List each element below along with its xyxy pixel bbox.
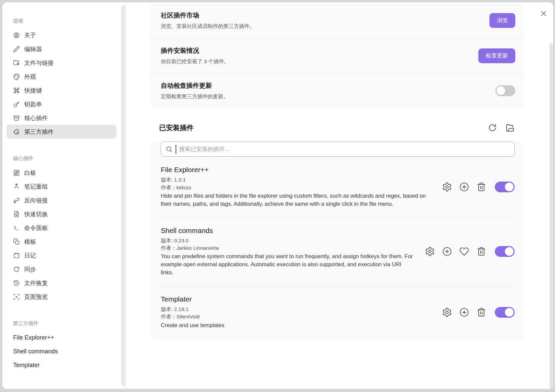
sidebar-item-third-party-plugins[interactable]: 第三方插件 — [6, 125, 116, 139]
check-updates-button[interactable]: 检查更新 — [478, 48, 515, 63]
palette-icon — [13, 73, 20, 80]
history-icon — [13, 280, 20, 286]
plugin-uninstall-button[interactable] — [476, 246, 486, 257]
key-icon — [13, 101, 20, 108]
trash-icon — [476, 246, 486, 257]
close-button[interactable] — [537, 7, 550, 20]
plugin-description: You can predefine system commands that y… — [161, 252, 413, 276]
toggle-knob — [496, 86, 505, 95]
refresh-icon — [488, 123, 497, 132]
scan-eye-icon — [13, 293, 20, 300]
plugin-row-file-explorer-plus: File Explorer++ 版本: 1.3.1 作者：kelszo Hide… — [161, 157, 515, 217]
plugin-enable-toggle[interactable] — [495, 307, 515, 318]
search-icon — [165, 146, 173, 153]
close-icon — [540, 10, 547, 17]
plugin-version: 版本: 1.3.1 — [161, 176, 431, 184]
auto-check-row: 自动检查插件更新 定期检查第三方插件的更新。 — [150, 73, 523, 108]
auto-check-toggle[interactable] — [495, 85, 515, 96]
plugin-row-shell-commands: Shell commands 版本: 0.23.0 作者：Jarkko Linn… — [161, 217, 515, 286]
sidebar-item-templater[interactable]: Templater — [6, 358, 116, 372]
install-status-title: 插件安装情况 — [161, 46, 229, 55]
plugin-enable-toggle[interactable] — [495, 246, 515, 257]
sidebar-item-sync[interactable]: 同步 — [6, 262, 116, 276]
sidebar-item-command-palette[interactable]: 命令面板 — [6, 221, 116, 235]
sidebar-item-note-composer[interactable]: 笔记重组 — [6, 180, 116, 193]
plugin-author: 作者：SilentVoid — [161, 313, 431, 320]
browse-button[interactable]: 浏览 — [489, 13, 515, 28]
sidebar-item-about[interactable]: 关于 — [6, 28, 116, 42]
plugin-settings-card: 社区插件市场 浏览、安装社区成员制作的第三方插件。 浏览 插件安装情况 你目前已… — [150, 3, 523, 108]
installed-plugins-card: 搜索已安装的插件... File Explorer++ 版本: 1.3.1 作者… — [150, 142, 523, 340]
toggle-knob — [505, 183, 514, 191]
plugin-hotkey-button[interactable] — [442, 246, 452, 257]
sidebar-item-shell-commands[interactable]: Shell commands — [6, 345, 116, 358]
file-search-icon — [13, 211, 20, 218]
sidebar-item-files-links[interactable]: 文件与链接 — [6, 56, 116, 70]
settings-sidebar: 选项 关于 编辑器 文件与链接 外观 快捷键 — [2, 2, 126, 389]
search-input[interactable]: 搜索已安装的插件... — [161, 142, 515, 157]
folder-cog-icon — [13, 60, 20, 66]
gear-icon — [425, 246, 435, 257]
community-marketplace-desc: 浏览、安装社区成员制作的第三方插件。 — [161, 23, 255, 30]
plugin-enable-toggle[interactable] — [495, 182, 515, 192]
plugin-settings-button[interactable] — [442, 307, 452, 317]
settings-modal: 选项 关于 编辑器 文件与链接 外观 快捷键 — [2, 2, 553, 389]
installed-plugins-header-row: 已安装插件 — [150, 123, 523, 132]
merge-arrow-icon — [13, 183, 20, 190]
auto-check-desc: 定期检查第三方插件的更新。 — [161, 93, 229, 100]
link-icon — [13, 197, 20, 204]
toggle-knob — [505, 308, 514, 317]
settings-content: 社区插件市场 浏览、安装社区成员制作的第三方插件。 浏览 插件安装情况 你目前已… — [126, 2, 553, 389]
plugin-author: 作者：kelszo — [161, 184, 431, 191]
sidebar-item-templates[interactable]: 模板 — [6, 235, 116, 248]
sidebar-item-quick-switcher[interactable]: 快速切换 — [6, 207, 116, 221]
command-icon — [13, 87, 20, 94]
folder-open-icon — [506, 123, 515, 132]
plugin-uninstall-button[interactable] — [476, 182, 486, 192]
user-circle-icon — [13, 32, 20, 39]
installed-plugins-title: 已安装插件 — [159, 123, 194, 132]
text-caret — [176, 145, 176, 154]
sidebar-item-appearance[interactable]: 外观 — [6, 70, 116, 83]
heart-icon — [459, 246, 469, 257]
gear-icon — [442, 307, 452, 317]
plugin-uninstall-button[interactable] — [476, 307, 486, 317]
toggle-knob — [505, 247, 514, 256]
sidebar-section-third-party: 第三方插件 — [13, 320, 125, 327]
sidebar-item-page-preview[interactable]: 页面预览 — [6, 290, 116, 304]
sidebar-item-editor[interactable]: 编辑器 — [6, 42, 116, 56]
plugin-donate-button[interactable] — [459, 246, 469, 257]
sidebar-item-daily-notes[interactable]: 日记 — [6, 248, 116, 262]
sidebar-scrollbar[interactable] — [121, 5, 125, 386]
plugin-hotkey-button[interactable] — [459, 307, 469, 317]
plugin-name: File Explorer++ — [161, 166, 431, 174]
plugin-settings-button[interactable] — [442, 182, 452, 192]
sidebar-item-file-recovery[interactable]: 文件恢复 — [6, 276, 116, 290]
sidebar-item-hotkeys[interactable]: 快捷键 — [6, 83, 116, 97]
plugin-version: 版本: 2.18.1 — [161, 306, 431, 313]
sidebar-item-backlinks[interactable]: 反向链接 — [6, 193, 116, 207]
plus-circle-icon — [442, 246, 452, 257]
calendar-icon — [13, 252, 20, 259]
plugin-settings-button[interactable] — [425, 246, 435, 257]
layout-grid-icon — [13, 169, 20, 176]
sidebar-item-keychain[interactable]: 钥匙串 — [6, 97, 116, 111]
trash-icon — [476, 307, 486, 317]
terminal-icon — [13, 225, 20, 231]
reload-plugins-button[interactable] — [488, 123, 497, 132]
auto-check-title: 自动检查插件更新 — [161, 81, 229, 90]
sidebar-item-file-explorer-plus[interactable]: File Explorer++ — [6, 331, 116, 345]
sidebar-section-options: 选项 — [13, 18, 125, 24]
sidebar-item-canvas[interactable]: 白板 — [6, 166, 116, 180]
search-placeholder: 搜索已安装的插件... — [179, 145, 230, 153]
puzzle-icon — [13, 128, 20, 135]
content-scrollbar[interactable] — [550, 43, 553, 389]
plugin-name: Shell commands — [161, 227, 413, 235]
sidebar-item-core-plugins[interactable]: 核心插件 — [6, 111, 116, 125]
plugin-hotkey-button[interactable] — [459, 182, 469, 192]
install-status-row: 插件安装情况 你目前已经安装了 3 个插件。 检查更新 — [150, 38, 523, 73]
plus-circle-icon — [459, 307, 469, 317]
community-marketplace-row: 社区插件市场 浏览、安装社区成员制作的第三方插件。 浏览 — [150, 3, 523, 38]
copy-icon — [13, 238, 20, 245]
open-plugins-folder-button[interactable] — [506, 123, 515, 132]
